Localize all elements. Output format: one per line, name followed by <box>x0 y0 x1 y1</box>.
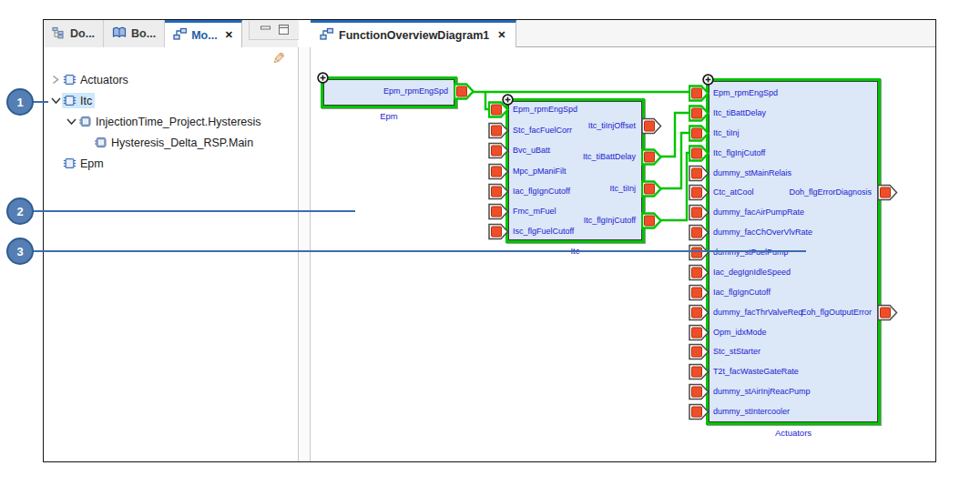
panel-divider[interactable] <box>298 47 311 461</box>
tree-item-label: Actuators <box>80 74 128 86</box>
close-icon[interactable]: ✕ <box>497 29 505 41</box>
tree-item-label: Itc <box>80 95 92 107</box>
callout-badge-1: 1 <box>6 88 34 116</box>
tree-item-hysteresis-delta-rsp-main[interactable]: Hysteresis_Delta_RSP.Main <box>44 132 298 153</box>
callout-badge-3: 3 <box>6 238 34 265</box>
input-port-Itc_tiInj[interactable] <box>689 125 709 142</box>
tree-expander-expanded-icon[interactable] <box>49 95 62 106</box>
tree-expander-expanded-icon[interactable] <box>65 116 77 127</box>
tab-label: Do... <box>70 27 95 40</box>
tree-expander-collapsed-icon[interactable] <box>49 74 62 86</box>
input-port-dummy_facThrValveReq[interactable] <box>689 304 709 321</box>
tree-item-label: Hysteresis_Delta_RSP.Main <box>111 137 253 149</box>
input-port-Iac_degIgnIdleSpeed[interactable] <box>689 264 709 281</box>
edit-pencil-icon[interactable]: ✎ <box>272 49 285 68</box>
output-port-Doh_flgErrorDiagnosis[interactable] <box>877 184 898 201</box>
output-port-Itc_tiInj[interactable] <box>641 180 662 197</box>
input-port-Mpc_pManiFilt[interactable] <box>488 163 509 180</box>
wire <box>659 153 689 220</box>
tree-item-epm[interactable]: Epm <box>44 153 298 174</box>
input-port-Isc_flgFuelCutoff[interactable] <box>488 223 509 240</box>
component-icon <box>63 94 77 107</box>
input-port-Epm_rpmEngSpd[interactable] <box>689 85 709 102</box>
input-port-dummy_stFuelPump[interactable] <box>689 244 709 261</box>
input-port-dummy_stIntercooler[interactable] <box>689 403 709 420</box>
diagram-canvas[interactable]: EpmEpm_rpmEngSpdItcEpm_rpmEngSpdStc_facF… <box>311 47 935 461</box>
expander-placeholder <box>49 157 62 169</box>
tab-documentation[interactable]: Do... <box>44 20 104 47</box>
input-port-Opm_idxMode[interactable] <box>689 324 709 341</box>
output-port-Epm_rpmEngSpd[interactable] <box>454 83 475 100</box>
tab-function-overview-diagram[interactable]: FunctionOverviewDiagram1 ✕ <box>311 20 516 47</box>
input-port-Itc_flgInjCutoff[interactable] <box>689 145 709 162</box>
expand-plus-icon[interactable] <box>702 73 714 85</box>
callout-badge-2: 2 <box>6 197 34 225</box>
model-diagram-icon <box>173 27 187 43</box>
tree-item-actuators[interactable]: Actuators <box>44 69 298 90</box>
tab-browser[interactable]: Bo... <box>104 20 165 47</box>
input-port-Iac_flgIgnCutoff[interactable] <box>689 284 709 301</box>
tab-label: Bo... <box>131 27 156 40</box>
wire <box>659 113 689 157</box>
component-icon <box>63 73 77 86</box>
input-port-dummy_facAirPumpRate[interactable] <box>689 204 709 221</box>
tab-label: Mo... <box>191 29 217 42</box>
tree-item-itc[interactable]: Itc <box>44 90 298 111</box>
model-tree: ActuatorsItcInjectionTime_Project.Hyster… <box>44 69 298 174</box>
expander-placeholder <box>80 137 93 148</box>
output-port-Itc_tiBattDelay[interactable] <box>641 148 662 166</box>
component-icon <box>63 157 77 170</box>
expand-plus-icon[interactable] <box>317 71 329 83</box>
maximize-icon[interactable] <box>279 22 289 38</box>
module-icon <box>78 115 93 128</box>
close-icon[interactable]: ✕ <box>225 29 233 41</box>
tree-item-label: Epm <box>80 157 104 170</box>
doc-tree-icon <box>52 26 66 42</box>
input-port-Iac_flgIgnCutoff[interactable] <box>488 183 509 200</box>
input-port-T2t_facWasteGateRate[interactable] <box>689 363 709 380</box>
editor-tabbar: FunctionOverviewDiagram1 ✕ <box>311 20 935 47</box>
callout-line-2 <box>20 210 355 212</box>
minimize-icon[interactable] <box>260 22 271 38</box>
book-icon <box>112 26 127 42</box>
output-port-Eoh_flgOutputError[interactable] <box>877 304 898 321</box>
input-port-Bvc_uBatt[interactable] <box>488 142 509 159</box>
input-port-Fmc_mFuel[interactable] <box>488 203 509 220</box>
panel-window-buttons <box>249 21 299 40</box>
input-port-dummy_stMainRelais[interactable] <box>689 165 709 182</box>
module-icon <box>94 136 108 149</box>
tab-model[interactable]: Mo... ✕ <box>165 20 242 47</box>
block-epm[interactable] <box>321 76 457 108</box>
output-port-Itc_flgInjCutoff[interactable] <box>641 212 662 229</box>
output-port-Itc_tiInjOffset[interactable] <box>641 117 662 135</box>
input-port-Ctc_atCool[interactable] <box>689 184 709 201</box>
model-diagram-icon <box>320 27 333 43</box>
input-port-Stc_stStarter[interactable] <box>689 343 709 360</box>
input-port-dummy_facChOverVlvRate[interactable] <box>689 224 709 241</box>
input-port-Itc_tiBattDelay[interactable] <box>689 105 709 122</box>
input-port-dummy_stAirInjReacPump[interactable] <box>689 383 709 400</box>
callout-line-3 <box>20 250 806 252</box>
tree-item-label: InjectionTime_Project.Hysteresis <box>96 116 261 128</box>
input-port-Epm_rpmEngSpd[interactable] <box>488 101 509 118</box>
block-itc[interactable] <box>505 98 645 243</box>
tree-item-injectiontime-project-hysteresis[interactable]: InjectionTime_Project.Hysteresis <box>44 111 298 132</box>
input-port-Stc_facFuelCorr[interactable] <box>488 122 509 139</box>
editor-tab-label: FunctionOverviewDiagram1 <box>339 29 489 42</box>
